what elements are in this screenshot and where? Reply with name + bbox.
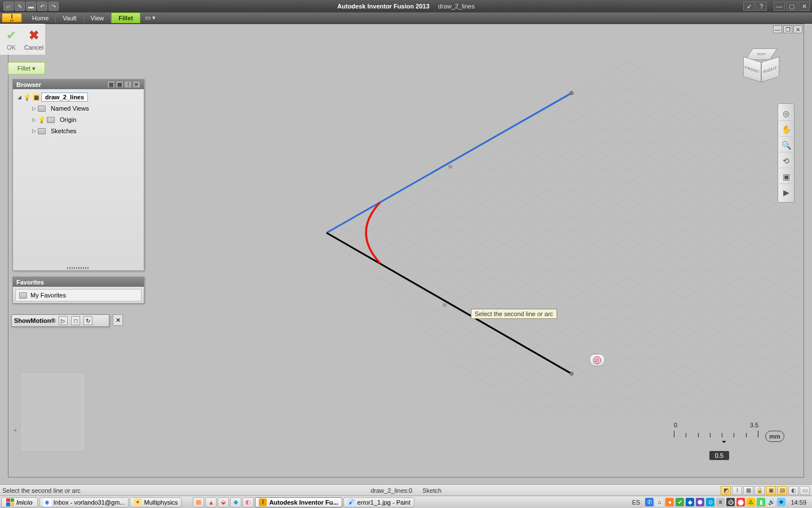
doc-close-button[interactable]: ✕ xyxy=(793,25,802,33)
tree-item-origin[interactable]: ▷ 💡 Origin xyxy=(14,114,143,125)
expander-icon[interactable]: ▷ xyxy=(31,128,37,134)
qat-redo-icon[interactable]: ↷ xyxy=(48,2,59,11)
nav-pan-icon[interactable]: ✋ xyxy=(779,122,793,137)
tray-icon[interactable]: ⚠ xyxy=(747,498,755,506)
panel-btn-2[interactable]: ▤ xyxy=(116,81,123,88)
chrome-icon: ◉ xyxy=(43,498,51,506)
bulb-icon[interactable]: 💡 xyxy=(38,116,46,124)
tray-volume-icon[interactable]: 🔊 xyxy=(767,498,775,506)
taskbar-item[interactable]: 🖌 error1_1.jpg - Paint xyxy=(343,497,414,507)
showmotion-label: ShowMotion® xyxy=(14,317,55,324)
tree-root-label[interactable]: draw_2_lines xyxy=(41,93,88,102)
quicklaunch-icon[interactable]: ▦ xyxy=(193,497,204,507)
help-icon[interactable]: ? xyxy=(756,2,767,11)
tray-icon[interactable]: ▮ xyxy=(757,498,765,506)
bulb-icon[interactable]: 💡 xyxy=(23,93,31,101)
qat-new-icon[interactable]: ▱ xyxy=(3,2,14,11)
taskbar-item-active[interactable]: I Autodesk Inventor Fu... xyxy=(255,497,342,507)
expander-icon[interactable]: ▷ xyxy=(31,106,37,111)
tree-item-sketches[interactable]: ▷ Sketches xyxy=(14,125,143,137)
tray-icon[interactable]: ● xyxy=(665,498,674,506)
tray-icon[interactable]: ⬢ xyxy=(696,498,704,506)
tab-view[interactable]: View xyxy=(84,12,112,23)
start-button[interactable]: Inicio xyxy=(1,497,38,507)
qat-save-icon[interactable]: ▬ xyxy=(26,2,36,11)
doc-restore-button[interactable]: ❐ xyxy=(783,25,792,33)
tray-icon[interactable]: ⌂ xyxy=(655,498,664,506)
tree-item-named-views[interactable]: ▷ Named Views xyxy=(14,103,143,114)
ok-button[interactable]: ✔ OK xyxy=(0,24,23,55)
fillet-dropdown[interactable]: Fillet ▾ xyxy=(8,62,45,75)
taskbar-item[interactable]: ◉ Inbox - vorlando31@gm... xyxy=(39,497,129,507)
expander-icon[interactable]: ◢ xyxy=(16,94,22,100)
app-icon: ✦ xyxy=(134,498,142,506)
nav-wheel-icon[interactable]: ◎ xyxy=(779,106,793,121)
tray-icon[interactable]: ⊙ xyxy=(706,498,714,506)
svg-point-2 xyxy=(570,91,573,95)
panel-btn-3[interactable]: ⋮ xyxy=(124,81,132,88)
tab-home[interactable]: Home xyxy=(25,12,56,23)
nav-zoom-icon[interactable]: 🔍 xyxy=(779,138,793,152)
app-menu-button[interactable]: IFT xyxy=(2,13,22,23)
favorites-item[interactable]: My Favorites xyxy=(15,289,142,301)
clock[interactable]: 14:59 xyxy=(787,499,810,506)
model-tree: ◢ 💡 ▦ draw_2_lines ▷ Named Views ▷ 💡 Ori… xyxy=(13,89,144,139)
tree-root[interactable]: ◢ 💡 ▦ draw_2_lines xyxy=(14,91,143,103)
taskbar-item[interactable]: ✦ Multiphysics xyxy=(130,497,182,507)
tray-icon[interactable]: ≡ xyxy=(716,498,725,506)
view-cube[interactable]: TOP FRONT RIGHT xyxy=(742,47,781,86)
constraint-badge-icon[interactable]: ⊘ xyxy=(589,354,605,366)
sb-btn-8[interactable]: ▭ xyxy=(800,486,810,495)
nav-play-icon[interactable]: ▶ xyxy=(779,185,793,200)
tray-icon[interactable]: ✆ xyxy=(645,498,654,506)
quicklaunch-icon[interactable]: ◐ xyxy=(242,497,254,507)
panel-btn-1[interactable]: ▥ xyxy=(107,81,115,88)
nav-orbit-icon[interactable]: ⟲ xyxy=(779,154,793,168)
unit-pill[interactable]: mm xyxy=(765,431,784,442)
empty-panel xyxy=(20,373,86,452)
language-indicator[interactable]: ES xyxy=(632,499,641,506)
tray-icon[interactable]: ❖ xyxy=(777,498,785,506)
tab-fillet[interactable]: Fillet xyxy=(111,12,140,23)
tab-vault[interactable]: Vault xyxy=(56,12,83,23)
sb-btn-4[interactable]: 🔒 xyxy=(754,486,765,495)
tray-icon[interactable]: ⏻ xyxy=(726,498,735,506)
tray-icon[interactable]: ✔ xyxy=(676,498,684,506)
ribbon-toggle-icon[interactable]: ▭ ▾ xyxy=(140,12,160,23)
panel-close-button[interactable]: ✕ xyxy=(133,81,140,88)
viewcube-front[interactable]: FRONT xyxy=(743,56,761,82)
add-panel-button[interactable]: + xyxy=(14,427,17,433)
panel-resize-handle[interactable] xyxy=(67,267,90,269)
favorites-header[interactable]: Favorites xyxy=(13,277,144,287)
tray-icon[interactable]: ⬤ xyxy=(736,498,745,506)
showmotion-stop-icon[interactable]: □ xyxy=(71,316,80,325)
sb-btn-3[interactable]: ▦ xyxy=(743,486,753,495)
window-controls: — ▢ ✕ xyxy=(774,2,810,11)
minimize-button[interactable]: — xyxy=(774,2,785,11)
expander-icon[interactable]: ▷ xyxy=(31,117,37,122)
doc-minimize-button[interactable]: — xyxy=(773,25,782,33)
quicklaunch-icon[interactable]: ⬙ xyxy=(218,497,229,507)
sb-btn-6[interactable]: ▤ xyxy=(777,486,787,495)
quicklaunch-icon[interactable]: ◆ xyxy=(230,497,241,507)
sb-btn-7[interactable]: ◐ xyxy=(788,486,798,495)
sb-btn-2[interactable]: ⌇ xyxy=(732,486,742,495)
pointer-icon[interactable]: ➶ xyxy=(743,2,754,11)
viewcube-right[interactable]: RIGHT xyxy=(761,56,779,82)
nav-lookat-icon[interactable]: ▣ xyxy=(779,169,793,184)
qat-open-icon[interactable]: ✎ xyxy=(15,2,25,11)
maximize-button[interactable]: ▢ xyxy=(786,2,797,11)
os-taskbar: Inicio ◉ Inbox - vorlando31@gm... ✦ Mult… xyxy=(0,496,812,508)
showmotion-play-icon[interactable]: ▷ xyxy=(59,316,68,325)
showmotion-close-button[interactable]: ✕ xyxy=(113,314,123,326)
sb-btn-1[interactable]: ◩ xyxy=(721,486,731,495)
sb-btn-5[interactable]: ▣ xyxy=(766,486,776,495)
close-button[interactable]: ✕ xyxy=(798,2,810,11)
ribbon-tabs: IFT Home Vault View Fillet ▭ ▾ xyxy=(0,12,812,24)
showmotion-loop-icon[interactable]: ↻ xyxy=(83,316,92,325)
qat-undo-icon[interactable]: ↶ xyxy=(37,2,47,11)
browser-header[interactable]: Browser ▥ ▤ ⋮ ✕ xyxy=(13,80,144,89)
cancel-button[interactable]: ✖ Cancel xyxy=(23,24,45,55)
quicklaunch-icon[interactable]: ▲ xyxy=(205,497,217,507)
tray-icon[interactable]: ◆ xyxy=(686,498,694,506)
